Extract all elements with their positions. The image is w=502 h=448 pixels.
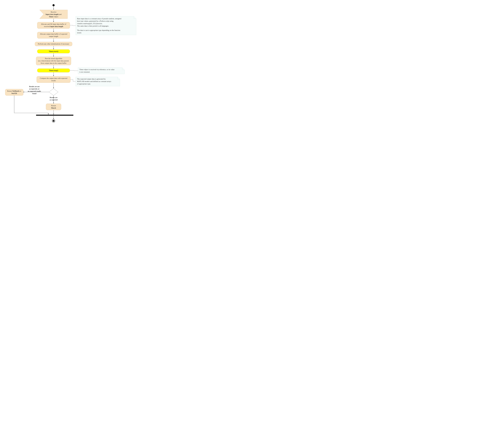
receive-line1: Receive (51, 11, 56, 13)
rm-l1: Return (51, 105, 56, 107)
sync-bar (36, 115, 73, 116)
start-node (52, 4, 55, 6)
alloc-output-l2: output length (49, 35, 58, 37)
decision-diamond (49, 89, 58, 96)
note3-l3: of appropriate type. (77, 83, 91, 85)
rnm-l2: NoSTD (11, 93, 17, 94)
note1-l1: Base input data is a constant array of p… (77, 18, 121, 19)
alloc-input-l2b: input data length (50, 26, 63, 27)
svg-text:received input data length: received input data length (44, 26, 63, 27)
timer-start-text: Timer.start() (49, 50, 58, 52)
note1-l5: The data is cast to appropriate type dep… (77, 29, 120, 31)
other-init-text: Perform any other initializations if nec… (38, 43, 69, 45)
receive-bold2: Timer (49, 16, 54, 17)
rnm-l1c: or (19, 90, 21, 92)
alloc-input-l2a: received (44, 26, 50, 27)
run-l3: Store output data in the output buffer (41, 62, 66, 64)
flowchart: Receive Input data length and Timer obje… (2, 2, 140, 128)
receive-bold1: Input data length (46, 13, 59, 15)
rnm-l1b: NoMatch (12, 90, 19, 92)
dec-left-l4: found (32, 93, 36, 95)
run-l2: (as a function(s)) with the input data p… (38, 60, 69, 62)
alloc-input-l1: Allocate and fill input data buffer of (41, 23, 66, 25)
note3-l2: MATLAB models and defined as constant ar… (77, 80, 111, 82)
dec-left-l2: as expected, or (29, 88, 39, 90)
note1-l2: byte type values, generated by a Python … (77, 20, 113, 22)
note2-l2: is not returned. (79, 71, 90, 73)
svg-text:Input data length and: Input data length and (46, 13, 62, 15)
run-l1: Run the tested algorithm (45, 58, 62, 59)
compare-l2: results (51, 80, 56, 81)
note2-l1: Timer object is received via reference, … (79, 69, 115, 70)
receive-obj: object (54, 16, 58, 17)
note3-l1: The expected output data is generated by (77, 78, 106, 80)
receive-and: and (59, 13, 62, 15)
compare-l1: Compare the output data with expected (40, 77, 67, 79)
svg-text:Return NoMatch or: Return NoMatch or (7, 90, 21, 92)
svg-text:Timer object: Timer object (49, 16, 58, 17)
dec-left-l1: Results are not (29, 86, 40, 87)
end-node-inner (53, 120, 54, 122)
dec-left-l3: no expected results (28, 90, 41, 92)
note1-l3: random.randrange(0, 255) function. (77, 23, 102, 25)
rnm-l1a: Return (7, 90, 13, 92)
note1-l6: tested. (77, 32, 82, 34)
rm-l2: Match (51, 107, 56, 109)
note1-l4: The same data is then ported to all lang… (77, 25, 109, 27)
timer-stop-text: Timer.stop() (49, 69, 58, 71)
alloc-output-l1: Allocate output data buffer of expected (40, 33, 67, 35)
